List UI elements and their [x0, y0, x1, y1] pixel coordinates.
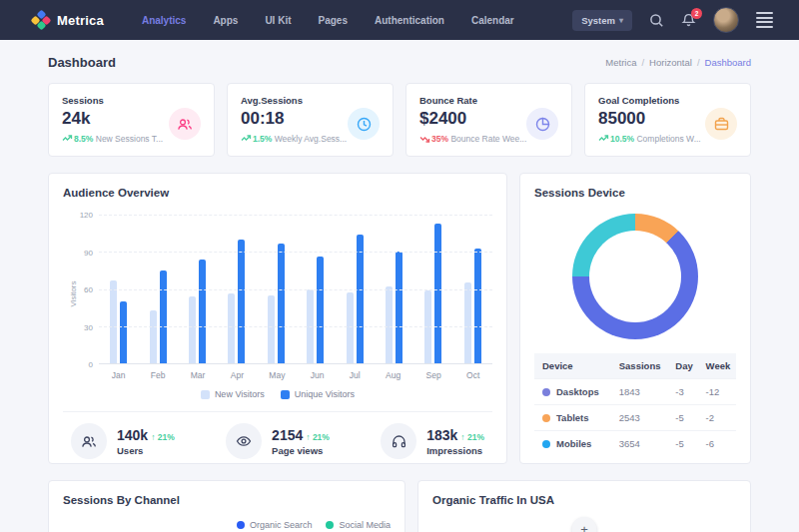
bar-unique-visitors	[357, 235, 364, 363]
y-axis-label: Visitors	[69, 276, 78, 312]
device-table: DeviceSassionsDayWeek Dasktops1843-3-12T…	[534, 353, 736, 456]
nav-item-ui-kit[interactable]: UI Kit	[265, 15, 291, 26]
breadcrumb-item[interactable]: Metrica	[605, 57, 636, 68]
x-tick-label: Aug	[386, 370, 400, 380]
map-zoom-in-button[interactable]: +	[572, 517, 597, 532]
device-sassions-cell: 1843	[611, 379, 668, 404]
audience-overview-title: Audience Overview	[63, 187, 492, 199]
nav-item-pages[interactable]: Pages	[319, 15, 348, 26]
device-name-cell: Mobiles	[534, 431, 611, 456]
bar-plot-area	[99, 215, 492, 364]
metrica-logo-icon	[32, 11, 50, 29]
x-labels: JanFebMarAprMayJunJulAugSepOct	[99, 370, 492, 380]
device-table-row: Dasktops1843-3-12	[534, 378, 736, 404]
y-tick-label: 60	[84, 285, 93, 294]
device-day-cell: -5	[667, 431, 697, 456]
top-navbar: Metrica AnalyticsAppsUI KitPagesAuthenti…	[0, 0, 799, 40]
x-tick-label: Oct	[466, 370, 479, 380]
x-tick-label: Jan	[112, 370, 126, 380]
mini-stat-delta: ↑ 21%	[151, 432, 175, 442]
gridline	[99, 252, 492, 253]
search-button[interactable]	[649, 13, 664, 28]
device-day-cell: -5	[667, 405, 697, 430]
device-name-cell: Dasktops	[534, 379, 611, 404]
y-tick-label: 120	[80, 211, 93, 220]
device-table-body: Dasktops1843-3-12Tablets2543-5-2Mobiles3…	[534, 378, 736, 456]
sessions-by-channel-title: Sessions By Channel	[63, 494, 391, 506]
brand-name: Metrica	[57, 13, 104, 28]
nav-item-calendar[interactable]: Calendar	[471, 15, 514, 26]
device-dot	[542, 440, 550, 448]
system-dropdown-label: System	[581, 15, 615, 26]
mini-stat-page-views: 2154↑ 21% Page views	[226, 423, 330, 459]
audience-legend: New VisitorsUnique Visitors	[63, 389, 492, 399]
legend-label: New Visitors	[215, 389, 265, 399]
device-week-cell: -6	[698, 431, 736, 456]
bar-unique-visitors	[278, 244, 285, 363]
mini-stat-users: 140k↑ 21% Users	[71, 423, 175, 459]
bar-new-visitors	[189, 296, 196, 363]
search-icon	[649, 13, 664, 28]
brand[interactable]: Metrica	[32, 11, 104, 29]
x-tick-label: Feb	[151, 370, 166, 380]
bar-unique-visitors	[474, 249, 481, 363]
user-avatar[interactable]	[713, 7, 739, 33]
x-tick-label: May	[269, 370, 285, 380]
briefcase-icon	[705, 108, 737, 140]
mini-stat-label: Impressions	[426, 445, 484, 456]
y-tick-label: 30	[84, 322, 93, 331]
device-table-header-cell: Sassions	[611, 353, 668, 378]
legend-swatch	[281, 390, 290, 399]
device-week-cell: -2	[698, 405, 736, 430]
device-table-row: Mobiles3654-5-6	[534, 430, 736, 456]
mini-stat-value: 183k	[426, 427, 457, 443]
breadcrumb-separator: /	[641, 57, 644, 68]
system-dropdown[interactable]: System ▾	[572, 10, 632, 31]
device-table-row: Tablets2543-5-2	[534, 404, 736, 430]
sessions-device-donut-chart	[572, 214, 698, 339]
menu-toggle-icon[interactable]	[756, 12, 773, 28]
device-week-cell: -12	[698, 379, 736, 404]
notifications-button[interactable]: 2	[681, 13, 696, 28]
bar-unique-visitors	[396, 252, 402, 363]
bar-new-visitors	[386, 286, 393, 363]
legend-item-organic-search[interactable]: Organic Search	[237, 520, 313, 530]
bar-unique-visitors	[238, 240, 245, 363]
nav-item-authentication[interactable]: Authentication	[375, 15, 444, 26]
legend-item-social-media[interactable]: Social Media	[326, 520, 391, 530]
eye-icon	[226, 423, 262, 459]
legend-label: Unique Visitors	[295, 389, 355, 399]
breadcrumb-item[interactable]: Horizontal	[649, 57, 692, 68]
gridline	[99, 289, 492, 290]
legend-dot	[237, 521, 245, 529]
nav-item-analytics[interactable]: Analytics	[142, 15, 186, 26]
stat-cards-row: Sessions 24k 8.5% New Sessions T... Avg.…	[48, 83, 751, 157]
audience-mini-stats: 140k↑ 21% Users 2154↑ 21% Page views	[63, 411, 492, 459]
breadcrumb-item[interactable]: Dashboard	[705, 57, 751, 68]
users-icon	[71, 423, 107, 459]
y-tick-label: 0	[89, 360, 93, 369]
x-tick-label: Jul	[350, 370, 361, 380]
clock-icon	[348, 108, 380, 140]
headphones-icon	[381, 423, 416, 459]
stat-title: Goal Completions	[598, 95, 737, 106]
x-tick-label: Apr	[231, 370, 244, 380]
bar-unique-visitors	[199, 260, 206, 363]
bar-unique-visitors	[317, 257, 324, 363]
gridline	[99, 215, 492, 216]
x-tick-label: Sep	[426, 370, 441, 380]
y-axis: Visitors 0306090120	[63, 215, 99, 364]
legend-item-unique-visitors[interactable]: Unique Visitors	[281, 389, 355, 399]
mini-stat-value: 2154	[272, 427, 303, 443]
chevron-down-icon: ▾	[619, 16, 623, 25]
legend-item-new-visitors[interactable]: New Visitors	[201, 389, 265, 399]
notification-badge: 2	[691, 8, 702, 19]
device-table-header-cell: Day	[667, 353, 697, 378]
nav-item-apps[interactable]: Apps	[213, 15, 238, 26]
mini-stat-delta: ↑ 21%	[306, 432, 330, 442]
device-name-cell: Tablets	[534, 405, 611, 430]
legend-swatch	[201, 390, 210, 399]
mini-stat-delta: ↑ 21%	[460, 432, 484, 442]
stat-card-avg-sessions: Avg.Sessions 00:18 1.5% Weekly Avg.Sess.…	[227, 83, 394, 157]
sessions-device-card: Sessions Device DeviceSassionsDayWeek Da…	[519, 173, 751, 464]
